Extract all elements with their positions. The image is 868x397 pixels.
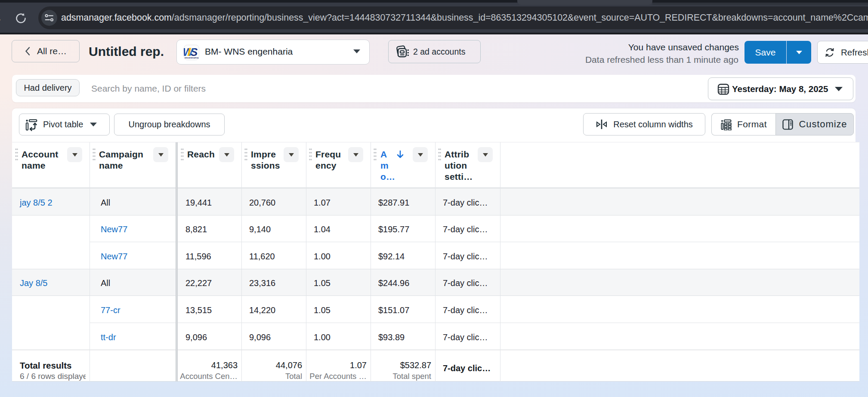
svg-text:ENGENHARIA: ENGENHARIA	[185, 57, 199, 59]
svg-text:S: S	[191, 46, 198, 58]
